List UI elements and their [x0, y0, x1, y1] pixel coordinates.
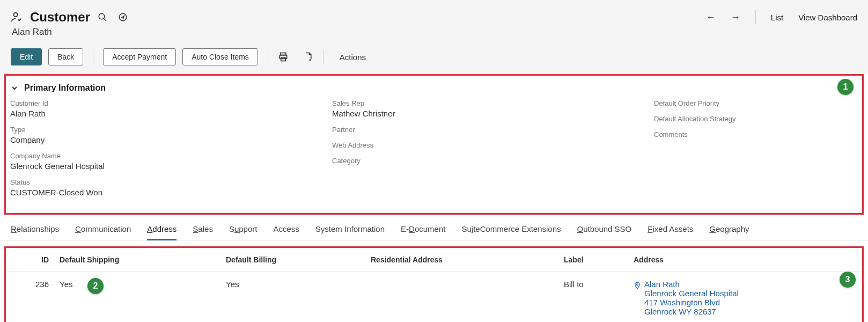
- field-value-company-name: Glenrock General Hospital: [10, 162, 332, 171]
- field-label-comments: Comments: [654, 130, 836, 138]
- toolbar-divider: [323, 50, 323, 64]
- nav-prev-icon[interactable]: ←: [706, 12, 716, 23]
- table-header-row: ID Default Shipping Default Billing Resi…: [6, 248, 862, 272]
- annotation-marker-2: 2: [87, 278, 104, 294]
- svg-point-0: [14, 13, 18, 17]
- field-label-company-name: Company Name: [10, 152, 332, 160]
- toolbar-divider: [93, 50, 93, 64]
- print-icon[interactable]: [278, 52, 289, 62]
- col-address: Address: [628, 248, 862, 272]
- search-icon[interactable]: [98, 12, 107, 22]
- map-pin-icon[interactable]: [634, 282, 641, 289]
- vertical-divider: [755, 10, 756, 24]
- compass-icon[interactable]: [118, 12, 128, 22]
- svg-point-1: [99, 13, 105, 19]
- cell-label: Bill to: [558, 272, 628, 323]
- col-residential: Residential Address: [365, 248, 558, 272]
- field-value-type: Company: [10, 135, 332, 144]
- addr-line: Glenrock General Hospital: [644, 289, 739, 298]
- annotation-marker-3: 3: [840, 272, 856, 288]
- auto-close-items-button[interactable]: Auto Close Items: [182, 48, 258, 65]
- edit-button[interactable]: Edit: [11, 48, 42, 65]
- svg-point-6: [310, 60, 311, 61]
- customer-icon: [11, 11, 23, 23]
- actions-menu[interactable]: Actions: [340, 53, 366, 62]
- cell-id: 236: [6, 272, 54, 323]
- col-label: Label: [558, 248, 628, 272]
- cell-residential: [365, 272, 558, 323]
- col-default-billing: Default Billing: [220, 248, 365, 272]
- field-label-category: Category: [332, 157, 654, 165]
- field-label-customer-id: Customer Id: [10, 99, 332, 107]
- tab-relationships[interactable]: Relationships: [11, 224, 59, 240]
- list-link[interactable]: List: [771, 13, 783, 22]
- field-value-customer-id: Alan Rath: [10, 109, 332, 118]
- tab-address[interactable]: Address: [147, 224, 176, 240]
- col-default-shipping: Default Shipping: [54, 248, 220, 272]
- field-label-default-order-priority: Default Order Priority: [654, 99, 836, 107]
- section-title: Primary Information: [24, 83, 106, 93]
- svg-point-7: [637, 284, 638, 286]
- annotation-marker-1: 1: [837, 79, 854, 95]
- back-button[interactable]: Back: [48, 48, 83, 65]
- tab-suitecommerce[interactable]: SuiteCommerce Extensions: [461, 224, 561, 240]
- addr-line: Alan Rath: [644, 280, 739, 289]
- accept-payment-button[interactable]: Accept Payment: [103, 48, 176, 65]
- addr-line: 417 Washington Blvd: [644, 298, 739, 307]
- table-row[interactable]: 236 Yes Yes Bill to A: [6, 272, 862, 323]
- field-label-type: Type: [10, 126, 332, 134]
- field-label-default-allocation-strategy: Default Allocation Strategy: [654, 115, 836, 123]
- tabs: Relationships Communication Address Sale…: [0, 215, 868, 241]
- field-label-partner: Partner: [332, 126, 654, 134]
- cell-default-shipping: Yes: [54, 272, 220, 323]
- tab-geography[interactable]: Geography: [709, 224, 749, 240]
- view-dashboard-link[interactable]: View Dashboard: [798, 13, 857, 22]
- tab-system-information[interactable]: System Information: [315, 224, 385, 240]
- field-value-status: CUSTOMER-Closed Won: [10, 188, 332, 197]
- page-title: Customer: [30, 10, 90, 25]
- address-table-section: 2 3 ID Default Shipping Default Billing …: [4, 246, 864, 322]
- tab-access[interactable]: Access: [273, 224, 299, 240]
- addr-line: Glenrock WY 82637: [644, 307, 739, 316]
- tab-fixed-assets[interactable]: Fixed Assets: [648, 224, 693, 240]
- tab-communication[interactable]: Communication: [75, 224, 131, 240]
- page-subtitle: Alan Rath: [12, 27, 857, 38]
- tab-sales[interactable]: Sales: [193, 224, 213, 240]
- field-value-sales-rep: Mathew Christner: [332, 109, 654, 118]
- cell-default-billing: Yes: [220, 272, 365, 323]
- field-label-web-address: Web Address: [332, 141, 654, 149]
- tab-edocument[interactable]: E-Document: [401, 224, 445, 240]
- tab-support[interactable]: Support: [229, 224, 258, 240]
- cell-address[interactable]: Alan Rath Glenrock General Hospital 417 …: [628, 272, 862, 323]
- primary-info-section: 1 Primary Information Customer Id Alan R…: [4, 74, 864, 215]
- chevron-down-icon[interactable]: [10, 84, 19, 92]
- field-label-sales-rep: Sales Rep: [332, 99, 654, 107]
- toolbar-divider: [268, 50, 268, 64]
- nav-next-icon[interactable]: →: [731, 12, 740, 23]
- tab-outbound-sso[interactable]: Outbound SSO: [577, 224, 632, 240]
- field-label-status: Status: [10, 178, 332, 186]
- col-id: ID: [6, 248, 54, 272]
- document-new-icon[interactable]: [303, 52, 313, 62]
